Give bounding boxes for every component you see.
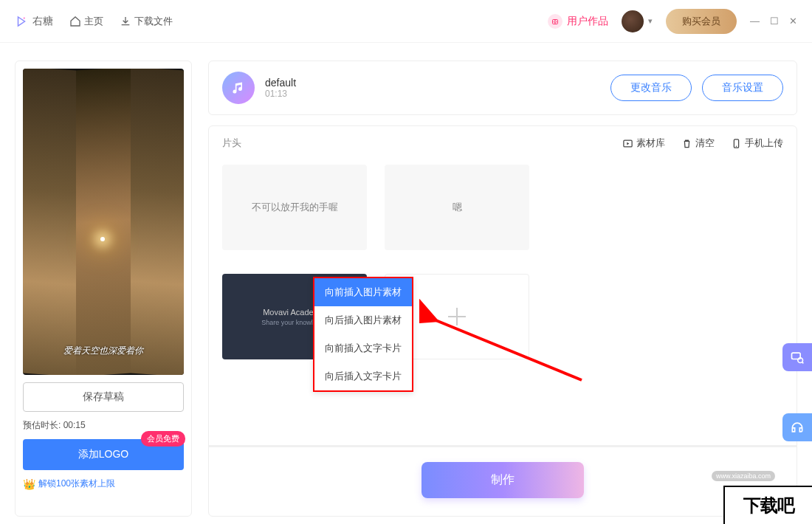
text-card[interactable]: 不可以放开我的手喔: [222, 165, 367, 250]
chevron-down-icon: ▾: [648, 16, 653, 26]
maximize-button[interactable]: ☐: [770, 15, 779, 27]
svg-point-0: [24, 17, 25, 18]
music-duration: 01:13: [265, 89, 296, 99]
eta-label: 预估时长:: [23, 420, 61, 430]
nav-home-label: 主页: [84, 15, 103, 28]
ctx-insert-text-before[interactable]: 向前插入文字卡片: [314, 334, 412, 362]
member-free-badge: 会员免费: [141, 431, 185, 447]
music-settings-button[interactable]: 音乐设置: [702, 75, 783, 101]
make-button[interactable]: 制作: [422, 462, 584, 498]
titlebar: 右糖 主页 下载文件 用户作品 ▾ 购买会员 — ☐ ✕: [0, 0, 812, 43]
save-draft-button[interactable]: 保存草稿: [23, 382, 184, 412]
card-row-2: Movavi Academic Share your knowledge: [222, 274, 783, 359]
preview-caption: 爱着天空也深爱着你: [23, 345, 184, 357]
float-tab-support[interactable]: [782, 413, 812, 441]
play-box-icon: [622, 138, 633, 149]
text-card[interactable]: 嗯: [385, 165, 529, 250]
headset-icon: [790, 420, 805, 435]
user-works-label: 用户作品: [567, 15, 608, 28]
add-logo-wrap: 会员免费 添加LOGO: [23, 439, 184, 470]
svg-rect-1: [553, 19, 558, 24]
trash-icon: [681, 138, 692, 149]
preview-panel: 爱着天空也深爱着你 保存草稿 预估时长: 00:15 会员免费 添加LOGO 👑…: [15, 61, 192, 517]
home-icon: [69, 15, 81, 27]
make-bar: 制作: [209, 445, 796, 516]
logo-text: 右糖: [32, 15, 53, 28]
phone-icon: [731, 138, 742, 149]
titlebar-left: 右糖 主页 下载文件: [15, 15, 173, 28]
app-logo: 右糖: [15, 15, 53, 28]
window-controls: — ☐ ✕: [750, 15, 797, 27]
clips-panel: 片头 素材库 清空 手机上传: [208, 125, 797, 517]
avatar: [622, 10, 644, 32]
logo-icon: [15, 15, 28, 28]
change-music-button[interactable]: 更改音乐: [610, 75, 692, 101]
download-icon: [120, 15, 131, 27]
context-menu: 向前插入图片素材 向后插入图片素材 向前插入文字卡片 向后插入文字卡片: [313, 277, 413, 392]
titlebar-right: 用户作品 ▾ 购买会员 — ☐ ✕: [548, 9, 797, 34]
watermark-logo: 下载吧: [723, 486, 812, 524]
ctx-insert-image-after[interactable]: 向后插入图片素材: [314, 306, 412, 334]
clear-button[interactable]: 清空: [681, 137, 715, 150]
unlock-label: 解锁100张素材上限: [38, 478, 115, 490]
user-works-link[interactable]: 用户作品: [548, 14, 608, 29]
user-menu[interactable]: ▾: [622, 10, 653, 32]
workspace: default 01:13 更改音乐 音乐设置 片头 素材库 清空: [208, 61, 797, 517]
nav-home[interactable]: 主页: [69, 15, 103, 28]
clips-body: 不可以放开我的手喔 嗯 Movavi Academic Share your k…: [209, 160, 796, 445]
svg-point-2: [554, 21, 557, 23]
eta-text: 预估时长: 00:15: [23, 419, 184, 432]
library-label: 素材库: [636, 137, 665, 150]
music-bar: default 01:13 更改音乐 音乐设置: [208, 61, 797, 115]
card-row-1: 不可以放开我的手喔 嗯: [222, 165, 783, 250]
video-preview[interactable]: 爱着天空也深爱着你: [23, 69, 184, 375]
music-name: default: [265, 77, 296, 89]
plus-icon: [448, 308, 466, 325]
ctx-insert-text-after[interactable]: 向后插入文字卡片: [314, 362, 412, 390]
nav-download[interactable]: 下载文件: [120, 15, 173, 28]
unlock-link[interactable]: 👑 解锁100张素材上限: [23, 478, 184, 490]
close-button[interactable]: ✕: [789, 15, 797, 27]
section-label: 片头: [222, 137, 241, 150]
clips-tools: 素材库 清空 手机上传: [622, 137, 783, 150]
ctx-insert-image-before[interactable]: 向前插入图片素材: [314, 278, 412, 306]
camera-icon: [548, 14, 562, 29]
mobile-label: 手机上传: [745, 137, 783, 150]
clips-head: 片头 素材库 清空 手机上传: [209, 126, 796, 160]
video-search-icon: [790, 350, 805, 365]
card-text: 嗯: [453, 201, 462, 214]
crown-icon: 👑: [23, 478, 35, 490]
watermark-url: www.xiazaiba.com: [712, 471, 775, 481]
eta-value: 00:15: [63, 420, 86, 430]
float-tab-tutorial[interactable]: [782, 343, 812, 371]
clear-label: 清空: [695, 137, 715, 150]
nav-download-label: 下载文件: [134, 15, 173, 28]
card-text: 不可以放开我的手喔: [252, 201, 338, 214]
music-icon: [222, 72, 255, 104]
buy-membership-button[interactable]: 购买会员: [666, 9, 737, 34]
library-button[interactable]: 素材库: [622, 137, 665, 150]
music-actions: 更改音乐 音乐设置: [610, 75, 783, 101]
mobile-upload-button[interactable]: 手机上传: [731, 137, 783, 150]
minimize-button[interactable]: —: [750, 15, 760, 27]
music-meta: default 01:13: [265, 77, 296, 99]
